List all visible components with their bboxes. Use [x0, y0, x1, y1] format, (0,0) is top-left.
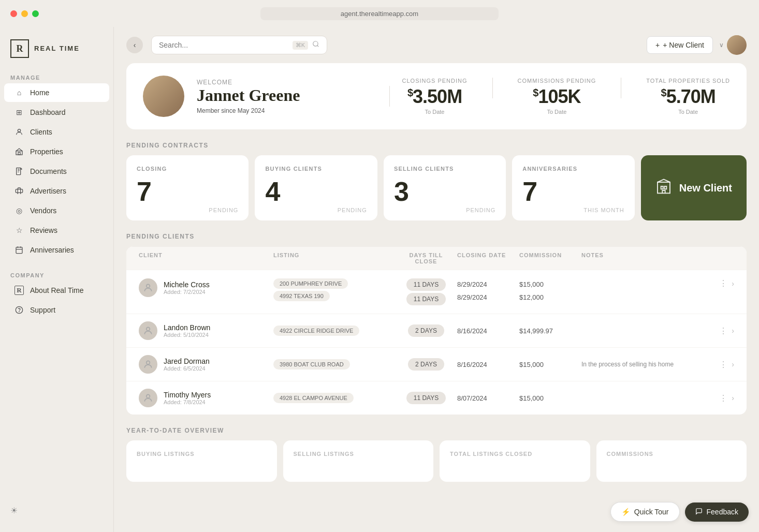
ytd-selling-listings: SELLING LISTINGS [283, 440, 434, 482]
manage-label: MANAGE [0, 70, 113, 83]
listing-badge: 3980 BOAT CLUB ROAD [273, 359, 350, 370]
navigate-button[interactable]: › [732, 394, 734, 402]
listing-cell: 4922 CIRCLE RIDGE DRIVE [273, 326, 395, 336]
chat-icon [695, 508, 703, 516]
sidebar-item-about[interactable]: R About Real Time [4, 281, 109, 300]
listing-cell: 4928 EL CAMPO AVENUE [273, 393, 395, 403]
footer-buttons: ⚡ Quick Tour Feedback [610, 502, 749, 522]
back-button[interactable]: ‹ [126, 37, 143, 53]
sidebar-item-advertisers[interactable]: Advertisers [4, 182, 109, 200]
selling-clients-card: SELLING CLIENTS 3 PENDING [384, 155, 506, 220]
search-bar: ⌘K [151, 36, 327, 54]
more-button[interactable]: ⋮ [719, 360, 727, 370]
client-avatar [139, 321, 157, 340]
welcome-info: WELCOME Jannet Greene Member since May 2… [197, 79, 377, 114]
th-client: CLIENT [139, 252, 273, 264]
client-info: Jared Dorman Added: 6/5/2024 [164, 357, 210, 372]
days-cell: 2 DAYS [395, 324, 457, 337]
svg-rect-2 [18, 152, 20, 155]
new-client-card[interactable]: New Client [641, 155, 747, 220]
commissions-cell: $15,000 $12,000 [519, 278, 581, 301]
navigate-button[interactable]: › [732, 279, 734, 288]
search-input[interactable] [159, 41, 288, 49]
sidebar-item-home[interactable]: ⌂ Home [4, 83, 109, 102]
svg-point-7 [313, 41, 318, 46]
maximize-dot[interactable] [32, 10, 39, 17]
date-cell: 8/16/2024 [457, 327, 519, 335]
navigate-button[interactable]: › [732, 360, 734, 368]
close-dot[interactable] [10, 10, 17, 17]
minimize-dot[interactable] [21, 10, 28, 17]
sidebar-item-anniversaries[interactable]: Anniversaries [4, 241, 109, 259]
listing-badge: 4992 TEXAS 190 [273, 291, 330, 301]
avatar-image [727, 35, 747, 55]
clients-icon [14, 127, 24, 137]
pending-clients-table: CLIENT LISTING DAYS TILLCLOSE CLOSING DA… [126, 246, 747, 415]
new-client-button[interactable]: + + New Client [647, 36, 713, 54]
sidebar-item-dashboard[interactable]: ⊞ Dashboard [4, 103, 109, 122]
client-cell: Jared Dorman Added: 6/5/2024 [139, 355, 273, 374]
table-header: CLIENT LISTING DAYS TILLCLOSE CLOSING DA… [126, 246, 747, 270]
row-actions: ⋮ › [703, 360, 734, 370]
avatar[interactable] [727, 35, 747, 55]
ytd-total-listings-closed: TOTAL LISTINGS CLOSED [440, 440, 590, 482]
stat-total-properties: TOTAL PROPERTIES SOLD $5.70M To Date [646, 78, 730, 115]
sidebar-item-support[interactable]: Support [4, 301, 109, 319]
days-badge: 11 DAYS [406, 392, 446, 404]
sidebar-item-label: Properties [30, 147, 63, 156]
client-avatar [139, 389, 157, 407]
feedback-button[interactable]: Feedback [685, 503, 749, 522]
main-content: ‹ ⌘K + + New Client ∨ [114, 27, 759, 532]
ytd-buying-listings: BUYING LISTINGS [126, 440, 277, 482]
ytd-title: YEAR-TO-DATE OVERVIEW [126, 427, 747, 434]
pending-cards-row: CLOSING 7 PENDING BUYING CLIENTS 4 PENDI… [126, 155, 747, 220]
sidebar-item-reviews[interactable]: ☆ Reviews [4, 221, 109, 240]
client-cell: Landon Brown Added: 5/10/2024 [139, 321, 273, 340]
stat-divider-2 [492, 78, 493, 98]
commission-cell: $15,000 [519, 394, 581, 402]
sidebar-item-properties[interactable]: Properties [4, 142, 109, 161]
listing-badge: 4922 CIRCLE RIDGE DRIVE [273, 326, 359, 336]
table-row: Landon Brown Added: 5/10/2024 4922 CIRCL… [126, 314, 747, 347]
sidebar-item-documents[interactable]: Documents [4, 162, 109, 181]
company-label: COMPANY [0, 268, 113, 280]
client-info: Landon Brown Added: 5/10/2024 [164, 323, 210, 338]
listing-badge: 200 PUMPHREY DRIVE [273, 278, 348, 289]
quick-tour-button[interactable]: ⚡ Quick Tour [610, 502, 680, 522]
th-closing-date: CLOSING DATE [457, 252, 519, 264]
about-icon: R [14, 286, 24, 295]
stat-divider-3 [621, 78, 621, 98]
search-icon [312, 40, 319, 50]
sidebar-bottom: ☀ [0, 497, 113, 524]
sun-icon: ☀ [10, 506, 18, 515]
vendors-icon: ◎ [14, 206, 24, 215]
new-client-card-label: New Client [679, 182, 732, 194]
client-avatar [139, 355, 157, 374]
theme-toggle[interactable]: ☀ [0, 501, 113, 520]
stat-divider [389, 86, 390, 107]
anniversaries-card: ANNIVERSARIES 7 THIS MONTH [512, 155, 634, 220]
th-days: DAYS TILLCLOSE [395, 252, 457, 264]
advertisers-icon [14, 186, 24, 196]
days-badge: 2 DAYS [408, 358, 444, 371]
client-cell: Timothy Myers Added: 7/8/2024 [139, 389, 273, 407]
sidebar-item-vendors[interactable]: ◎ Vendors [4, 201, 109, 220]
navigate-button[interactable]: › [732, 327, 734, 335]
documents-icon [14, 167, 24, 176]
row-actions: ⋮ › [703, 393, 734, 403]
home-icon: ⌂ [14, 88, 24, 97]
plus-icon: + [655, 41, 660, 49]
date-cell: 8/16/2024 [457, 361, 519, 368]
more-button[interactable]: ⋮ [719, 393, 727, 403]
more-button[interactable]: ⋮ [719, 326, 727, 336]
welcome-section: WELCOME Jannet Greene Member since May 2… [126, 63, 747, 129]
listing-cell: 3980 BOAT CLUB ROAD [273, 359, 395, 370]
window-controls [10, 10, 39, 17]
sidebar-item-label: Home [30, 88, 49, 97]
dates-cell: 8/29/2024 8/29/2024 [457, 278, 519, 301]
properties-icon [14, 147, 24, 156]
sidebar-item-clients[interactable]: Clients [4, 123, 109, 141]
table-row: Michele Cross Added: 7/2/2024 200 PUMPHR… [126, 270, 747, 314]
days-cell: 11 DAYS 11 DAYS [395, 278, 457, 305]
more-button[interactable]: ⋮ [719, 278, 727, 288]
